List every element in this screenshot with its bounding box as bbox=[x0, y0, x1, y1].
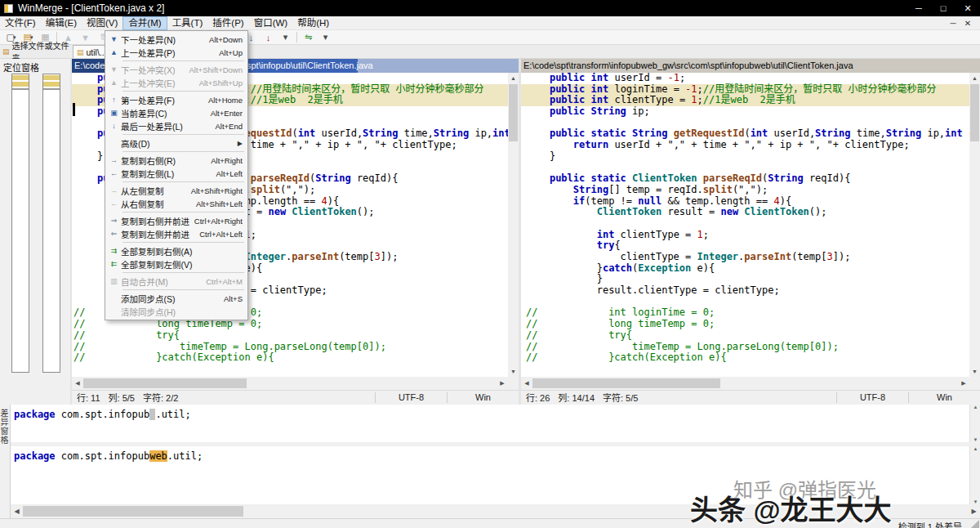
code-line[interactable]: } bbox=[521, 151, 969, 163]
scroll-up-arrow-icon[interactable]: ▲ bbox=[508, 73, 519, 83]
menu-item-从左侧复制[interactable]: →从左侧复制Alt+Shift+Right bbox=[105, 184, 247, 197]
code-line[interactable]: // long timeTemp = 0; bbox=[521, 319, 969, 330]
scroll-right-arrow-icon[interactable]: ▶ bbox=[958, 380, 969, 387]
menu-item-复制到左侧并前进[interactable]: ⇐复制到左侧并前进Ctrl+Alt+Left bbox=[105, 227, 247, 240]
menu-item-上一处冲突(E)[interactable]: ▲上一处冲突(E)Alt+Shift+Up bbox=[105, 76, 247, 89]
code-line[interactable]: // try{ bbox=[72, 330, 508, 342]
diff-left-line-view[interactable]: package com.spt.infopub .util; ▲ ▼ bbox=[11, 405, 980, 442]
code-line[interactable]: String[] temp = reqId.split(","); bbox=[521, 185, 969, 196]
code-line[interactable]: public static String getRequestId(int us… bbox=[521, 128, 969, 140]
scroll-down-arrow-icon[interactable]: ▼ bbox=[508, 366, 519, 377]
menu-插件(P)[interactable]: 插件(P) bbox=[207, 16, 248, 30]
menu-item-下一处冲突(X)[interactable]: ▼下一处冲突(X)Alt+Shift+Down bbox=[105, 63, 247, 76]
code-line[interactable] bbox=[521, 163, 969, 174]
menu-item-shortcut: Alt+Shift+Right bbox=[191, 186, 243, 195]
plugins-button[interactable]: ⇋ bbox=[300, 31, 317, 44]
scroll-right-arrow-icon[interactable]: ▶ bbox=[497, 380, 508, 387]
code-line[interactable]: int clientType = 1; bbox=[521, 230, 969, 241]
code-line[interactable]: public int clientType = 1;//1是web 2是手机 bbox=[521, 95, 969, 106]
mdi-minimize-button[interactable]: ─ bbox=[946, 19, 960, 28]
location-column-right[interactable] bbox=[42, 74, 60, 373]
code-line[interactable]: clientType = Integer.parseInt(temp[3]); bbox=[521, 252, 969, 263]
right-horizontal-scrollbar[interactable]: ◀ ▶ bbox=[521, 377, 969, 390]
scroll-thumb[interactable] bbox=[83, 378, 247, 388]
menu-视图(V)[interactable]: 视图(V) bbox=[82, 16, 122, 30]
code-line[interactable]: if(temp != null && temp.length == 4){ bbox=[521, 196, 969, 208]
menu-item-高级(D)[interactable]: 高级(D)▶ bbox=[105, 136, 247, 150]
scroll-up-arrow-icon[interactable]: ▲ bbox=[969, 73, 980, 83]
diff-right-scrollbar[interactable]: ▲ ▼ bbox=[969, 446, 980, 504]
mdi-close-button[interactable]: ✕ bbox=[960, 19, 975, 28]
code-line[interactable]: // int loginTime = 0; bbox=[521, 307, 969, 319]
options-button[interactable]: ▾ bbox=[317, 31, 334, 44]
select-files-tab[interactable]: ▤ 选择文件或文件夹 bbox=[0, 45, 70, 58]
left-vertical-scrollbar[interactable]: ▲ ▼ bbox=[508, 73, 519, 377]
menu-item-复制到右侧(R)[interactable]: →复制到右侧(R)Alt+Right bbox=[105, 154, 247, 167]
menu-文件(F)[interactable]: 文件(F) bbox=[0, 16, 41, 30]
close-button[interactable]: ✕ bbox=[956, 0, 980, 16]
menu-item-最后一处差异(L)[interactable]: ↓最后一处差异(L)Alt+End bbox=[105, 119, 247, 132]
location-column-left[interactable] bbox=[11, 74, 29, 373]
menu-编辑(E)[interactable]: 编辑(E) bbox=[41, 16, 82, 30]
resize-grip[interactable] bbox=[971, 520, 979, 528]
code-line[interactable]: // timeTemp = Long.parseLong(temp[0]); bbox=[521, 342, 969, 353]
scroll-up-arrow-icon[interactable]: ▲ bbox=[970, 446, 980, 451]
code-line[interactable]: ClientToken result = new ClientToken(); bbox=[521, 207, 969, 218]
scroll-up-arrow-icon[interactable]: ▲ bbox=[970, 405, 980, 409]
scroll-left-arrow-icon[interactable]: ◀ bbox=[72, 380, 83, 387]
code-line[interactable]: // }catch(Exception e){ bbox=[72, 352, 508, 364]
menu-item-第一处差异(F)[interactable]: ↑第一处差异(F)Alt+Home bbox=[105, 93, 247, 106]
diff-pane-caption[interactable]: 差异窗格 bbox=[0, 405, 11, 528]
scroll-thumb[interactable] bbox=[532, 378, 720, 388]
menu-item-label: 从右侧复制 bbox=[121, 198, 192, 210]
menu-item-从右侧复制[interactable]: ←从右侧复制Alt+Shift+Left bbox=[105, 197, 247, 210]
menu-item-下一处差异(N)[interactable]: ▼下一处差异(N)Alt+Down bbox=[105, 33, 247, 46]
menu-合并(M)[interactable]: 合并(M) bbox=[122, 16, 167, 30]
code-line[interactable] bbox=[521, 118, 969, 129]
maximize-button[interactable]: □ bbox=[931, 0, 956, 16]
code-line[interactable]: try{ bbox=[521, 240, 969, 252]
goto-last-diff-button[interactable]: ↓ bbox=[260, 31, 277, 44]
scroll-right-arrow-icon[interactable]: ▶ bbox=[968, 508, 980, 515]
scroll-left-arrow-icon[interactable]: ◀ bbox=[11, 508, 23, 515]
code-line[interactable]: } bbox=[521, 274, 969, 285]
scroll-down-arrow-icon[interactable]: ▼ bbox=[969, 366, 980, 377]
left-horizontal-scrollbar[interactable]: ◀ ▶ bbox=[72, 377, 508, 390]
menu-item-label: 最后一处差异(L) bbox=[121, 120, 211, 132]
menu-item-全部复制到右侧(A)[interactable]: ⇉全部复制到右侧(A) bbox=[105, 244, 247, 257]
code-line[interactable]: // long timeTemp = 0; bbox=[72, 319, 508, 330]
code-line[interactable]: // }catch(Exception e){ bbox=[521, 352, 969, 364]
code-line[interactable] bbox=[521, 297, 969, 308]
menu-item-复制到左侧(L)[interactable]: ←复制到左侧(L)Alt+Left bbox=[105, 167, 247, 180]
menu-窗口(W)[interactable]: 窗口(W) bbox=[249, 16, 293, 30]
menu-item-清除同步点(H)[interactable]: 清除同步点(H) bbox=[105, 305, 247, 318]
code-line[interactable]: return userId + "," + time + "," + ip + … bbox=[521, 140, 969, 151]
scroll-left-arrow-icon[interactable]: ◀ bbox=[521, 380, 532, 387]
next-diff-button[interactable]: ▼ bbox=[77, 31, 94, 44]
code-line[interactable]: // try{ bbox=[521, 330, 969, 342]
code-line[interactable]: }catch(Exception e){ bbox=[521, 263, 969, 275]
menu-item-添加同步点(S)[interactable]: 添加同步点(S)Alt+S bbox=[105, 292, 247, 305]
diff-options-caret[interactable]: ▾ bbox=[277, 31, 294, 44]
menu-item-全部复制到左侧(V)[interactable]: ⇇全部复制到左侧(V) bbox=[105, 257, 247, 271]
diff-left-scrollbar[interactable]: ▲ ▼ bbox=[969, 405, 980, 442]
menu-工具(T)[interactable]: 工具(T) bbox=[167, 16, 208, 30]
menu-item-复制到右侧并前进[interactable]: ⇒复制到右侧并前进Ctrl+Alt+Right bbox=[105, 214, 247, 227]
scroll-thumb[interactable] bbox=[970, 84, 979, 141]
menu-帮助(H)[interactable]: 帮助(H) bbox=[292, 16, 334, 30]
minimize-button[interactable]: ─ bbox=[906, 0, 931, 16]
menu-item-上一处差异(P)[interactable]: ▲上一处差异(P)Alt+Up bbox=[105, 46, 247, 59]
scroll-thumb[interactable] bbox=[509, 84, 518, 141]
scroll-thumb[interactable] bbox=[23, 506, 243, 517]
menu-item-当前差异(C)[interactable]: ▣当前差异(C)Alt+Enter bbox=[105, 106, 247, 119]
code-line[interactable]: public int loginTime = -1;//用登陆时间来区分，暂时只… bbox=[521, 84, 969, 96]
code-line[interactable] bbox=[521, 218, 969, 230]
right-code-editor[interactable]: public int userId = -1; public int login… bbox=[521, 73, 969, 377]
menu-item-自动合并(M)[interactable]: ▥自动合并(M)Ctrl+Alt+M bbox=[105, 275, 247, 288]
code-line[interactable]: public String ip; bbox=[521, 106, 969, 118]
code-line[interactable]: public static ClientToken parseReqId(Str… bbox=[521, 173, 969, 185]
right-vertical-scrollbar[interactable]: ▲ ▼ bbox=[969, 73, 980, 377]
code-line[interactable]: public int userId = -1; bbox=[521, 73, 969, 84]
code-line[interactable]: // timeTemp = Long.parseLong(temp[0]); bbox=[72, 342, 508, 353]
code-line[interactable]: result.clientType = clientType; bbox=[521, 285, 969, 297]
